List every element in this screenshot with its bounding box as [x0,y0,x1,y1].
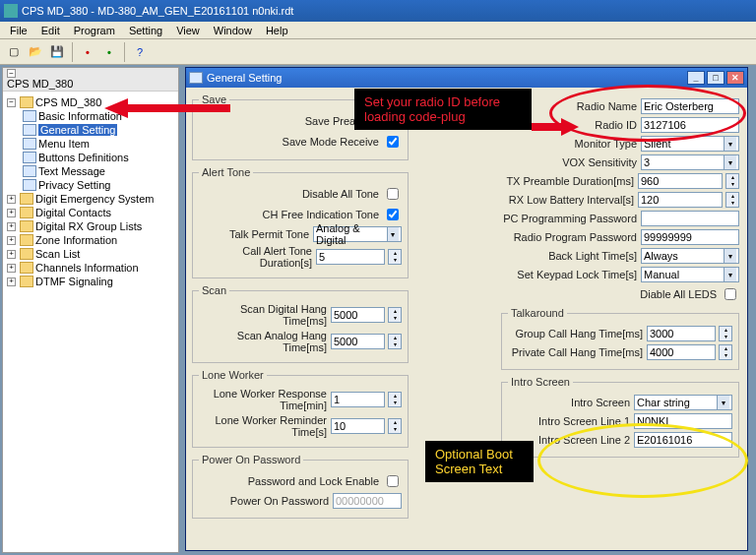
toolbar: ▢ 📂 💾 • • ? [0,39,756,65]
tree-channels-info[interactable]: +Channels Information [5,261,176,275]
write-icon[interactable]: • [99,42,119,62]
mdi-title: General Setting [207,72,282,84]
lone-worker-group: Lone Worker Lone Worker Response Time[mi… [192,369,409,448]
tx-preamble-input[interactable] [638,173,723,189]
chevron-down-icon: ▾ [724,249,736,263]
spinner[interactable]: ▴▾ [719,344,732,360]
power-on-password-input [333,493,402,509]
tree-text-message[interactable]: Text Message [5,164,176,178]
page-icon [23,165,36,177]
plus-icon[interactable]: + [7,222,16,231]
page-icon [23,110,36,122]
tree-menu-item[interactable]: Menu Item [5,137,176,151]
tree-basic-information[interactable]: Basic Information [5,109,176,123]
lone-response-input[interactable] [331,392,385,407]
call-alert-duration-input[interactable] [316,249,385,265]
spinner[interactable]: ▴▾ [725,173,739,189]
menu-edit[interactable]: Edit [35,24,66,37]
rx-lowbat-input[interactable] [638,192,723,208]
keypad-lock-select[interactable]: Manual▾ [641,267,739,282]
plus-icon[interactable]: + [7,264,16,273]
disable-leds-checkbox[interactable] [724,288,736,300]
plus-icon[interactable]: + [7,250,16,259]
menu-setting[interactable]: Setting [123,24,168,37]
folder-icon [20,193,33,205]
alert-tone-group: Alert Tone Disable All Tone CH Free Indi… [192,166,409,278]
tree-scan-list[interactable]: +Scan List [5,247,176,261]
tree-buttons-definitions[interactable]: Buttons Definitions [5,151,176,164]
scan-digital-hang-input[interactable] [331,307,385,323]
folder-icon [20,248,33,260]
tree-digital-contacts[interactable]: +Digital Contacts [5,206,176,219]
radio-prog-password-input[interactable] [641,229,739,245]
disable-all-tone-checkbox[interactable] [387,188,399,200]
ch-free-tone-checkbox[interactable] [387,209,399,220]
chevron-down-icon: ▾ [387,227,399,241]
plus-icon[interactable]: + [7,209,16,217]
window-icon [189,72,203,84]
new-icon[interactable]: ▢ [4,42,24,62]
spinner[interactable]: ▴▾ [388,334,402,349]
tree-dtmf-signaling[interactable]: +DTMF Signaling [5,275,176,288]
plus-icon[interactable]: + [7,236,16,245]
maximize-button[interactable]: □ [707,71,724,85]
vox-sensitivity-select[interactable]: 3▾ [641,154,739,170]
menu-help[interactable]: Help [260,24,294,37]
help-icon[interactable]: ? [130,42,150,62]
group-call-hang-input[interactable] [647,326,716,341]
private-call-hang-input[interactable] [647,344,716,360]
read-icon[interactable]: • [78,42,97,62]
spinner[interactable]: ▴▾ [388,249,402,265]
spinner[interactable]: ▴▾ [388,307,402,323]
tree-panel: − CPS MD_380 − CPS MD_380 Basic Informat… [2,67,179,553]
folder-icon [20,276,33,287]
scan-analog-hang-input[interactable] [331,334,385,349]
menu-file[interactable]: File [4,24,33,37]
plus-icon[interactable]: + [7,195,16,204]
plus-icon[interactable]: + [7,278,16,286]
backlight-select[interactable]: Always▾ [641,248,739,264]
page-icon [23,152,36,163]
annotation-red-text: Set your radio ID before loading code-pl… [354,89,532,130]
tree-root[interactable]: − CPS MD_380 [5,95,176,109]
page-icon [23,179,36,191]
spinner[interactable]: ▴▾ [719,326,732,341]
tree-general-setting[interactable]: General Setting [5,123,176,137]
spinner[interactable]: ▴▾ [388,418,402,434]
intro-screen-select[interactable]: Char string▾ [634,395,732,410]
pc-prog-password-input[interactable] [641,211,739,226]
lone-reminder-input[interactable] [331,418,385,434]
folder-icon [20,234,33,246]
open-icon[interactable]: 📂 [26,42,45,62]
chevron-down-icon: ▾ [724,155,736,169]
tree-privacy-setting[interactable]: Privacy Setting [5,178,176,192]
chevron-down-icon: ▾ [724,137,736,151]
talk-permit-select[interactable]: Analog & Digital▾ [313,226,402,242]
menu-window[interactable]: Window [208,24,258,37]
spinner[interactable]: ▴▾ [725,192,739,208]
power-on-group: Power On Password Password and Lock Enab… [192,454,409,519]
tree-collapse-icon[interactable]: − [7,69,16,78]
red-ellipse [549,85,746,142]
minus-icon[interactable]: − [7,98,16,107]
app-icon [4,4,18,18]
talkaround-group: Talkaround Group Call Hang Time[ms]▴▾ Pr… [501,307,739,370]
tree-digital-rx-groups[interactable]: +Digital RX Group Lists [5,219,176,233]
app-titlebar: CPS MD_380 - MD-380_AM_GEN_E20161101 n0n… [0,0,756,22]
menu-view[interactable]: View [170,24,206,37]
spinner[interactable]: ▴▾ [388,392,402,407]
save-icon[interactable]: 💾 [47,42,67,62]
separator [124,42,125,62]
separator [72,42,73,62]
tree-header: − CPS MD_380 [3,68,178,92]
menu-program[interactable]: Program [68,24,121,37]
folder-icon [20,220,33,232]
tree-zone-information[interactable]: +Zone Information [5,233,176,247]
yellow-ellipse [537,423,748,498]
pw-lock-enable-checkbox[interactable] [387,475,399,487]
tree-digit-emergency[interactable]: +Digit Emergency System [5,192,176,206]
close-button[interactable]: ✕ [726,71,744,85]
save-mode-rx-checkbox[interactable] [387,136,399,148]
page-icon [23,138,36,150]
minimize-button[interactable]: _ [687,71,705,85]
